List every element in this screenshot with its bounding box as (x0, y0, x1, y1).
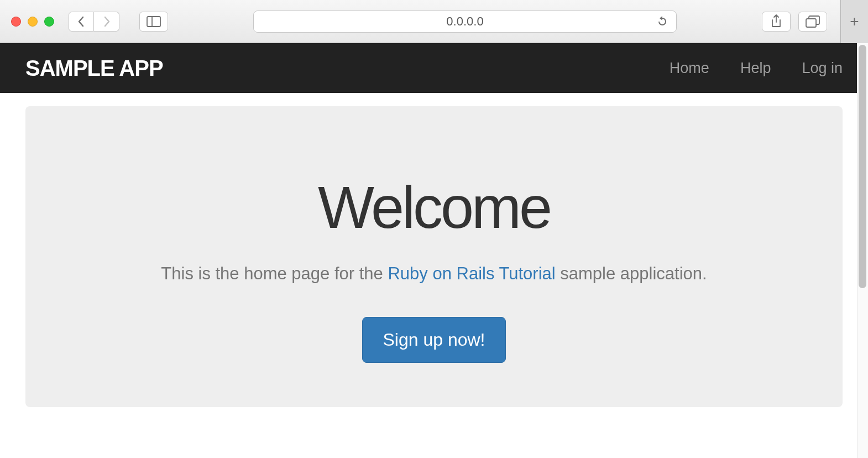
scrollbar-thumb[interactable] (859, 45, 866, 288)
hero-jumbotron: Welcome This is the home page for the Ru… (25, 106, 843, 407)
hero-heading: Welcome (59, 173, 809, 242)
window-controls (11, 17, 54, 27)
share-button[interactable] (762, 12, 791, 32)
page-content: SAMPLE APP Home Help Log in Welcome This… (0, 43, 868, 458)
chevron-right-icon (103, 16, 111, 27)
forward-button[interactable] (94, 12, 119, 32)
plus-icon: + (850, 13, 859, 30)
nav-links: Home Help Log in (670, 60, 843, 77)
svg-rect-2 (806, 19, 816, 27)
reload-icon (656, 15, 667, 28)
subtext-prefix: This is the home page for the (161, 264, 388, 283)
toolbar-right: + (762, 0, 857, 43)
show-tabs-button[interactable] (798, 12, 827, 32)
chevron-left-icon (77, 16, 85, 27)
subtext-suffix: sample application. (556, 264, 707, 283)
browser-toolbar: 0.0.0.0 + (0, 0, 868, 43)
rails-tutorial-link[interactable]: Ruby on Rails Tutorial (388, 264, 555, 283)
svg-rect-0 (147, 17, 160, 27)
nav-login-link[interactable]: Log in (802, 60, 843, 77)
site-navbar: SAMPLE APP Home Help Log in (0, 43, 868, 93)
sidebar-toggle-button[interactable] (139, 12, 168, 32)
nav-home-link[interactable]: Home (670, 60, 709, 77)
navigation-buttons (69, 12, 119, 32)
address-bar[interactable]: 0.0.0.0 (253, 11, 677, 33)
maximize-window-button[interactable] (44, 17, 54, 27)
main-container: Welcome This is the home page for the Ru… (0, 93, 868, 420)
signup-button[interactable]: Sign up now! (362, 317, 505, 363)
nav-help-link[interactable]: Help (740, 60, 771, 77)
sidebar-icon (147, 16, 161, 27)
tabs-icon (806, 15, 820, 28)
brand-logo[interactable]: SAMPLE APP (25, 56, 163, 81)
back-button[interactable] (69, 12, 94, 32)
close-window-button[interactable] (11, 17, 21, 27)
scrollbar-track[interactable] (857, 43, 868, 458)
minimize-window-button[interactable] (28, 17, 38, 27)
new-tab-button[interactable]: + (840, 0, 868, 43)
url-text: 0.0.0.0 (446, 14, 483, 29)
share-icon (771, 14, 782, 29)
hero-subtext: This is the home page for the Ruby on Ra… (59, 264, 809, 284)
reload-button[interactable] (656, 15, 667, 28)
